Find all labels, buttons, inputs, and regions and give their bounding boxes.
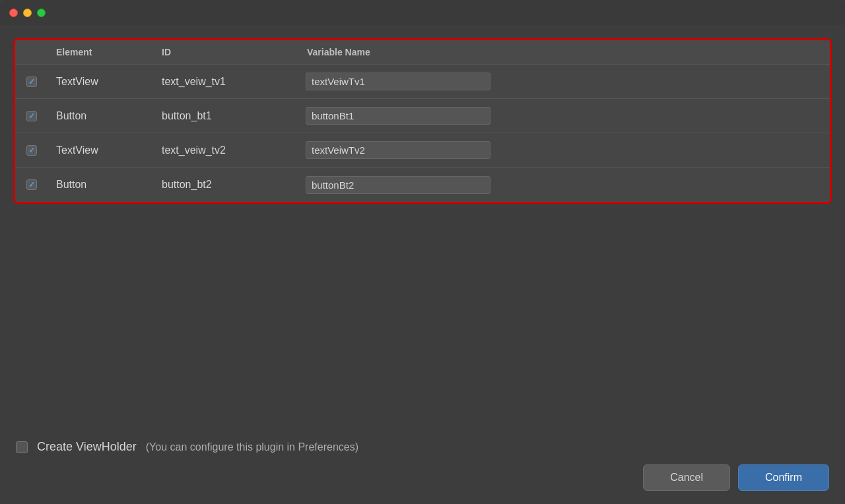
header-variable-name: Variable Name xyxy=(299,40,830,64)
maximize-button[interactable] xyxy=(37,9,46,17)
row-2-element: TextView xyxy=(48,138,154,163)
table-body: TextView text_veiw_tv1 Button button_bt1 xyxy=(15,65,830,202)
row-1-checkbox[interactable] xyxy=(26,111,37,121)
footer-area: Create ViewHolder (You can configure thi… xyxy=(13,440,832,491)
elements-table: Element ID Variable Name TextView text_v… xyxy=(13,38,832,204)
row-2-id: text_veiw_tv2 xyxy=(154,138,299,163)
row-0-variable-input[interactable] xyxy=(306,73,490,90)
row-1-variable-input[interactable] xyxy=(306,107,490,125)
table-header: Element ID Variable Name xyxy=(15,40,830,65)
row-1-id: button_bt1 xyxy=(154,104,299,129)
close-button[interactable] xyxy=(9,9,18,17)
row-2-variable-cell xyxy=(299,136,830,164)
main-window: Element ID Variable Name TextView text_v… xyxy=(0,0,845,504)
row-0-checkbox[interactable] xyxy=(26,77,37,87)
viewholder-row: Create ViewHolder (You can configure thi… xyxy=(16,440,829,454)
table-row: TextView text_veiw_tv1 xyxy=(15,65,830,99)
table-row: Button button_bt1 xyxy=(15,99,830,133)
row-0-element: TextView xyxy=(48,69,154,94)
row-2-variable-input[interactable] xyxy=(306,141,490,159)
spacer xyxy=(13,214,832,429)
row-3-element: Button xyxy=(48,172,154,197)
viewholder-hint: (You can configure this plugin in Prefer… xyxy=(146,441,358,453)
content-area: Element ID Variable Name TextView text_v… xyxy=(0,25,845,504)
row-3-id: button_bt2 xyxy=(154,172,299,197)
traffic-lights xyxy=(9,9,46,17)
row-1-variable-cell xyxy=(299,102,830,130)
confirm-button[interactable]: Confirm xyxy=(738,464,829,491)
cancel-button[interactable]: Cancel xyxy=(643,464,730,491)
row-0-id: text_veiw_tv1 xyxy=(154,69,299,94)
viewholder-checkbox[interactable] xyxy=(16,441,28,453)
header-element: Element xyxy=(48,40,154,64)
row-0-checkbox-cell xyxy=(15,70,48,94)
title-bar xyxy=(0,0,845,25)
row-2-checkbox-cell xyxy=(15,139,48,162)
table-row: TextView text_veiw_tv2 xyxy=(15,133,830,168)
header-checkbox xyxy=(15,40,48,64)
viewholder-label: Create ViewHolder xyxy=(37,440,137,454)
button-row: Cancel Confirm xyxy=(16,464,829,491)
row-3-checkbox-cell xyxy=(15,173,48,197)
row-3-variable-input[interactable] xyxy=(306,176,490,194)
minimize-button[interactable] xyxy=(23,9,32,17)
row-1-element: Button xyxy=(48,104,154,129)
header-id: ID xyxy=(154,40,299,64)
row-3-checkbox[interactable] xyxy=(26,179,37,190)
table-row: Button button_bt2 xyxy=(15,168,830,202)
row-0-variable-cell xyxy=(299,67,830,96)
row-1-checkbox-cell xyxy=(15,104,48,128)
row-3-variable-cell xyxy=(299,171,830,199)
row-2-checkbox[interactable] xyxy=(26,145,37,156)
